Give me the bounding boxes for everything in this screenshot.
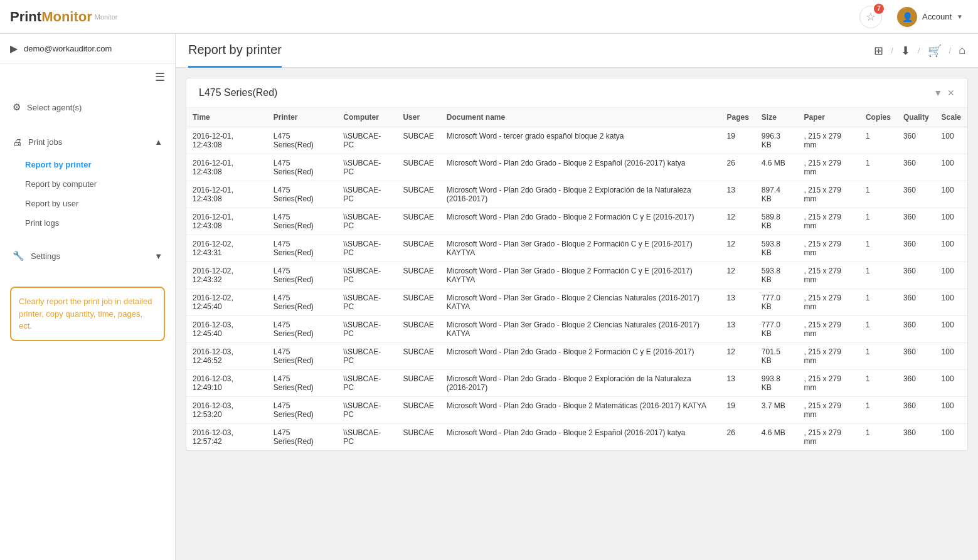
- sidebar-item-report-by-user[interactable]: Report by user: [13, 194, 175, 213]
- table-cell: 2016-12-01, 12:43:08: [186, 127, 267, 154]
- tooltip-text: Clearly report the print job in detailed…: [19, 297, 152, 330]
- table-row: 2016-12-02, 12:43:31L475 Series(Red)\\SU…: [186, 235, 967, 262]
- col-printer: Printer: [267, 108, 337, 127]
- logo-monitor: Monitor: [41, 9, 92, 25]
- sidebar-print-jobs-section: 🖨 Print jobs ▲ Report by printer Report …: [0, 124, 175, 238]
- download-icon[interactable]: ⬇: [901, 44, 910, 58]
- table-cell: 589.8 KB: [755, 208, 798, 235]
- report-by-computer-label: Report by computer: [25, 179, 97, 189]
- app-container: PrintMonitor Monitor ☆ 7 👤 Account ▼ ▶ d…: [0, 0, 978, 560]
- table-cell: L475 Series(Red): [267, 181, 337, 208]
- table-cell: 2016-12-01, 12:43:08: [186, 154, 267, 181]
- account-dropdown-arrow: ▼: [957, 13, 963, 20]
- sep1: /: [891, 46, 893, 55]
- table-cell: \\SUBCAE-PC: [337, 127, 396, 154]
- table-cell: 12: [720, 235, 755, 262]
- sidebar-item-report-by-printer[interactable]: Report by printer: [13, 155, 175, 174]
- sep3: /: [949, 46, 952, 55]
- col-user: User: [396, 108, 440, 127]
- table-cell: Microsoft Word - Plan 3er Grado - Bloque…: [440, 289, 721, 316]
- table-cell: 4.6 MB: [755, 154, 798, 181]
- col-computer: Computer: [337, 108, 396, 127]
- table-cell: L475 Series(Red): [267, 424, 337, 451]
- table-cell: Microsoft Word - Plan 2do Grado - Bloque…: [440, 424, 721, 451]
- table-cell: , 215 x 279 mm: [798, 127, 859, 154]
- card-close-button[interactable]: ✕: [947, 88, 955, 98]
- table-cell: 100: [935, 370, 967, 397]
- table-cell: \\SUBCAE-PC: [337, 154, 396, 181]
- table-cell: 593.8 KB: [755, 262, 798, 289]
- content-header: Report by printer ⊞ / ⬇ / 🛒 / ⌂: [176, 34, 978, 68]
- table-cell: \\SUBCAE-PC: [337, 208, 396, 235]
- table-cell: 100: [935, 208, 967, 235]
- table-cell: 360: [897, 397, 935, 424]
- cart-icon[interactable]: 🛒: [928, 44, 942, 58]
- table-cell: \\SUBCAE-PC: [337, 181, 396, 208]
- content-pane: Report by printer ⊞ / ⬇ / 🛒 / ⌂ L475 Ser…: [176, 34, 978, 560]
- account-button[interactable]: 👤 Account ▼: [892, 4, 968, 29]
- table-cell: 1: [859, 343, 897, 370]
- sidebar-print-jobs-parent[interactable]: 🖨 Print jobs ▲: [0, 129, 175, 155]
- table-cell: 13: [720, 181, 755, 208]
- table-cell: 100: [935, 235, 967, 262]
- notifications-button[interactable]: ☆ 7: [859, 6, 882, 28]
- windows-icon[interactable]: ⊞: [874, 44, 883, 58]
- table-cell: , 215 x 279 mm: [798, 343, 859, 370]
- table-cell: \\SUBCAE-PC: [337, 370, 396, 397]
- table-cell: Microsoft Word - Plan 2do Grado - Bloque…: [440, 154, 721, 181]
- table-cell: 2016-12-02, 12:43:32: [186, 262, 267, 289]
- card-collapse-button[interactable]: ▼: [933, 88, 942, 98]
- logo-print: Print: [10, 9, 41, 25]
- topbar-right: ☆ 7 👤 Account ▼: [859, 4, 968, 29]
- table-cell: , 215 x 279 mm: [798, 262, 859, 289]
- settings-icon: 🔧: [13, 250, 24, 262]
- table-cell: 2016-12-01, 12:43:08: [186, 208, 267, 235]
- print-table: Time Printer Computer User Document name…: [186, 108, 967, 450]
- account-avatar: 👤: [897, 7, 917, 27]
- table-cell: 701.5 KB: [755, 343, 798, 370]
- sidebar-settings-label: Settings: [31, 251, 60, 261]
- table-cell: 100: [935, 397, 967, 424]
- table-cell: Microsoft Word - tercer grado español bl…: [440, 127, 721, 154]
- table-row: 2016-12-02, 12:45:40L475 Series(Red)\\SU…: [186, 289, 967, 316]
- agents-icon: ⚙: [13, 102, 21, 113]
- table-cell: 360: [897, 154, 935, 181]
- table-cell: 1: [859, 154, 897, 181]
- page-title: Report by printer: [188, 43, 282, 68]
- table-cell: , 215 x 279 mm: [798, 424, 859, 451]
- col-document: Document name: [440, 108, 721, 127]
- sidebar-item-report-by-computer[interactable]: Report by computer: [13, 174, 175, 194]
- table-cell: , 215 x 279 mm: [798, 397, 859, 424]
- table-cell: 19: [720, 397, 755, 424]
- table-cell: 1: [859, 127, 897, 154]
- table-cell: \\SUBCAE-PC: [337, 316, 396, 343]
- table-header-row: Time Printer Computer User Document name…: [186, 108, 967, 127]
- table-cell: , 215 x 279 mm: [798, 316, 859, 343]
- col-copies: Copies: [859, 108, 897, 127]
- table-cell: 100: [935, 424, 967, 451]
- table-cell: 897.4 KB: [755, 181, 798, 208]
- table-cell: 12: [720, 262, 755, 289]
- table-row: 2016-12-03, 12:57:42L475 Series(Red)\\SU…: [186, 424, 967, 451]
- table-cell: 100: [935, 181, 967, 208]
- table-cell: 360: [897, 262, 935, 289]
- sidebar-print-jobs-left: 🖨 Print jobs: [13, 137, 62, 147]
- table-cell: 360: [897, 235, 935, 262]
- print-jobs-icon: 🖨: [13, 137, 22, 147]
- table-cell: SUBCAE: [396, 370, 440, 397]
- table-cell: 3.7 MB: [755, 397, 798, 424]
- table-cell: 1: [859, 181, 897, 208]
- table-cell: 100: [935, 289, 967, 316]
- home-icon[interactable]: ⌂: [959, 44, 965, 57]
- sidebar: ▶ demo@workauditor.com ☰ ⚙ Select agent(…: [0, 34, 176, 560]
- table-cell: 100: [935, 316, 967, 343]
- sidebar-hamburger[interactable]: ☰: [0, 64, 175, 90]
- sidebar-item-print-logs[interactable]: Print logs: [13, 213, 175, 233]
- table-row: 2016-12-01, 12:43:08L475 Series(Red)\\SU…: [186, 154, 967, 181]
- table-cell: \\SUBCAE-PC: [337, 262, 396, 289]
- report-by-printer-label: Report by printer: [25, 160, 91, 169]
- sidebar-item-select-agents[interactable]: ⚙ Select agent(s): [0, 95, 175, 119]
- table-cell: SUBCAE: [396, 181, 440, 208]
- sidebar-settings-item[interactable]: 🔧 Settings ▼: [0, 243, 175, 269]
- table-cell: 2016-12-03, 12:49:10: [186, 370, 267, 397]
